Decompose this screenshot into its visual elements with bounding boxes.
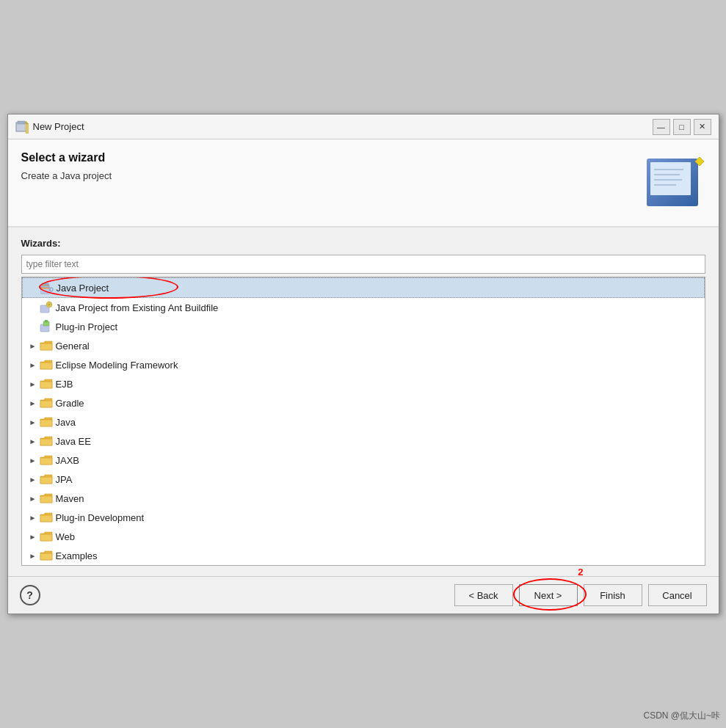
dialog-title: New Project	[33, 121, 84, 132]
java-project-icon	[40, 281, 54, 294]
jpa-label: JPA	[56, 474, 687, 485]
ejb-arrow[interactable]: ►	[28, 379, 38, 389]
footer-buttons: < Back Next > 2 Finish Cancel	[454, 584, 707, 606]
plugin-icon	[40, 320, 53, 333]
tree-item-web[interactable]: ► Web	[22, 527, 705, 546]
jaxb-folder-icon	[40, 454, 53, 467]
java-ee-arrow[interactable]: ►	[28, 436, 38, 446]
title-bar-left: New Project	[15, 120, 84, 134]
java-label: Java	[56, 417, 687, 428]
general-arrow[interactable]: ►	[28, 341, 38, 351]
tree-item-jpa[interactable]: ► JPA	[22, 470, 705, 489]
next-button[interactable]: Next >	[519, 584, 578, 606]
spacer-arrow	[29, 283, 39, 293]
new-project-dialog: New Project — □ ✕ Select a wizard Create…	[7, 114, 719, 614]
tree-item-jaxb[interactable]: ► JAXB	[22, 451, 705, 470]
tree-item-plugin[interactable]: Plug-in Project	[22, 317, 705, 336]
java-ee-folder-icon	[40, 434, 53, 448]
java-ee-label: Java EE	[56, 436, 687, 447]
jaxb-arrow[interactable]: ►	[28, 455, 38, 465]
header-subtext: Create a Java project	[21, 170, 112, 181]
wizards-label: Wizards:	[21, 238, 705, 249]
tree-item-eclipse-modeling[interactable]: ► Eclipse Modeling Framework	[22, 355, 705, 374]
svg-rect-15	[41, 288, 49, 289]
cancel-button[interactable]: Cancel	[648, 584, 707, 606]
filter-input[interactable]	[21, 255, 705, 274]
general-folder-icon	[40, 339, 53, 352]
svg-rect-16	[42, 285, 48, 286]
tree-item-java-ee[interactable]: ► Java EE	[22, 432, 705, 451]
plugin-label: Plug-in Project	[56, 321, 687, 332]
eclipse-modeling-folder-icon	[40, 358, 53, 371]
finish-button[interactable]: Finish	[584, 584, 642, 606]
maven-folder-icon	[40, 492, 53, 505]
dialog-icon	[15, 120, 29, 134]
web-arrow[interactable]: ►	[28, 531, 38, 542]
back-button[interactable]: < Back	[454, 584, 513, 606]
tree-container[interactable]: Java Project 1	[21, 277, 705, 566]
title-bar: New Project — □ ✕	[8, 114, 719, 139]
footer-section: ? < Back Next > 2 Finish Cancel	[8, 576, 719, 614]
header-text: Select a wizard Create a Java project	[21, 151, 112, 181]
tree-item-examples[interactable]: ► Examples	[22, 546, 705, 565]
tree-item-maven[interactable]: ► Maven	[22, 489, 705, 508]
tree-item-general[interactable]: ► General	[22, 336, 705, 355]
next-btn-wrapper: Next > 2	[519, 584, 578, 606]
close-button[interactable]: ✕	[694, 119, 711, 135]
web-folder-icon	[40, 530, 53, 543]
body-section: Wizards: Java Pr	[8, 228, 719, 576]
jaxb-label: JAXB	[56, 455, 687, 466]
plugin-dev-arrow[interactable]: ►	[28, 512, 38, 523]
examples-label: Examples	[56, 550, 687, 561]
header-heading: Select a wizard	[21, 151, 112, 164]
maximize-button[interactable]: □	[673, 119, 691, 135]
tree-item-plugin-dev[interactable]: ► Plug-in Development	[22, 508, 705, 527]
gradle-label: Gradle	[56, 398, 687, 409]
java-arrow[interactable]: ►	[28, 417, 38, 427]
examples-folder-icon	[40, 549, 53, 562]
general-label: General	[56, 341, 687, 352]
minimize-button[interactable]: —	[653, 119, 670, 135]
ejb-folder-icon	[40, 377, 53, 390]
svg-rect-5	[650, 162, 691, 195]
web-label: Web	[56, 531, 687, 542]
ejb-label: EJB	[56, 379, 687, 390]
svg-rect-26	[45, 320, 48, 322]
spacer-arrow	[28, 302, 38, 313]
eclipse-modeling-label: Eclipse Modeling Framework	[56, 360, 687, 371]
jpa-arrow[interactable]: ►	[28, 474, 38, 484]
tree-item-gradle[interactable]: ► Gradle	[22, 393, 705, 412]
footer-left: ?	[20, 585, 40, 605]
gradle-arrow[interactable]: ►	[28, 398, 38, 408]
tree-item-java[interactable]: ► Java	[22, 412, 705, 432]
title-controls: — □ ✕	[653, 119, 711, 135]
spacer-arrow	[28, 321, 38, 332]
maven-arrow[interactable]: ►	[28, 493, 38, 503]
tree-item-java-project[interactable]: Java Project 1	[22, 277, 705, 298]
svg-rect-14	[50, 288, 53, 291]
tree-item-ejb[interactable]: ► EJB	[22, 374, 705, 393]
wizard-header-icon	[639, 151, 705, 210]
java-project-label: Java Project	[57, 283, 686, 294]
java-ant-label: Java Project from Existing Ant Buildfile	[56, 302, 687, 313]
java-ant-icon	[40, 301, 53, 314]
plugin-dev-folder-icon	[40, 511, 53, 524]
maven-label: Maven	[56, 493, 687, 504]
eclipse-modeling-arrow[interactable]: ►	[28, 360, 38, 370]
java-folder-icon	[40, 415, 53, 429]
gradle-folder-icon	[40, 396, 53, 410]
plugin-dev-label: Plug-in Development	[56, 512, 687, 523]
watermark-text: CSDN @侃大山~咔	[643, 710, 720, 722]
examples-arrow[interactable]: ►	[28, 550, 38, 561]
help-button[interactable]: ?	[20, 585, 40, 605]
svg-rect-1	[18, 121, 25, 124]
jpa-folder-icon	[40, 473, 53, 486]
header-section: Select a wizard Create a Java project	[8, 139, 719, 228]
tree-item-java-ant[interactable]: Java Project from Existing Ant Buildfile	[22, 298, 705, 317]
